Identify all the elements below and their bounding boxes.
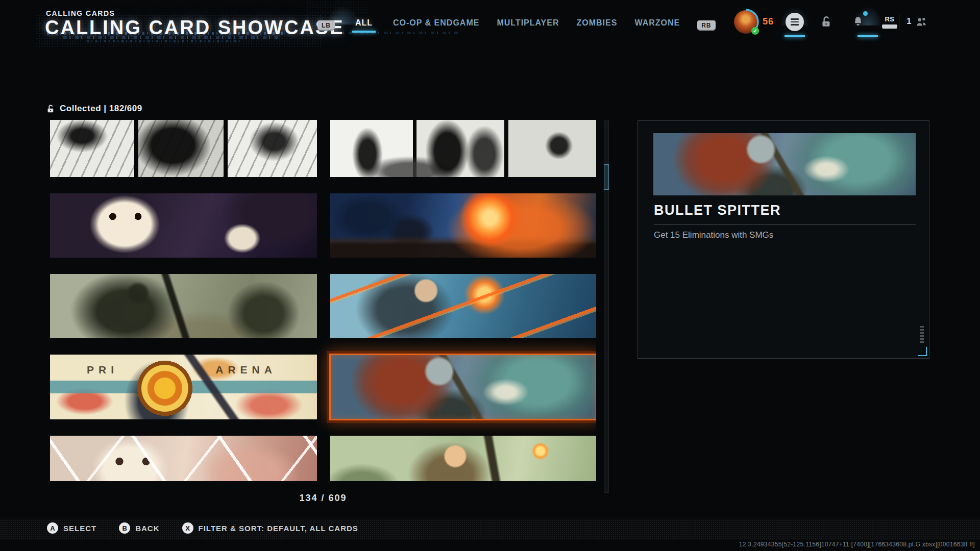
notifications-bell[interactable] — [848, 11, 868, 33]
notification-dot — [863, 11, 868, 16]
calling-card-dueling-archers[interactable] — [50, 274, 317, 338]
detail-divider — [654, 224, 916, 225]
calling-card-jungle-gunner[interactable] — [330, 436, 596, 481]
calling-card-bw-ink-study-triptych[interactable] — [50, 120, 317, 177]
tab-multiplayer[interactable]: MULTIPLAYER — [497, 18, 559, 28]
check-badge-icon: ✓ — [751, 27, 759, 35]
calling-card-scratch-cat[interactable] — [50, 436, 317, 481]
menu-active-underline — [785, 35, 805, 37]
bell-icon — [851, 15, 865, 29]
calling-card-crate-firefight[interactable] — [330, 193, 596, 258]
tab-list: ALL CO-OP & ENDGAME MULTIPLAYER ZOMBIES … — [352, 18, 680, 33]
lb-bumper-icon[interactable]: LB — [317, 20, 335, 31]
tab-zombies[interactable]: ZOMBIES — [577, 18, 618, 28]
x-button-icon: X — [182, 522, 193, 534]
tab-warzone[interactable]: WARZONE — [634, 18, 680, 28]
glitch-noise — [87, 40, 240, 42]
build-version-text: 12.3.24934355[52-125.1156]10747+11:[7400… — [739, 541, 975, 548]
rb-bumper-icon[interactable]: RB — [697, 20, 715, 31]
calling-card-streak-gunner[interactable] — [330, 274, 596, 338]
selected-card-title: BULLET SPITTER — [654, 203, 781, 218]
selected-card-preview — [653, 133, 916, 195]
player-level: 56 — [763, 16, 774, 27]
status-divider — [899, 14, 899, 31]
unlocked-padlock-icon — [817, 11, 836, 33]
unlocked-padlock-small-icon — [46, 104, 56, 114]
grid-position-indicator: 134 / 609 — [50, 493, 596, 504]
calling-card-grinning-cat[interactable] — [50, 193, 317, 258]
collected-counter: Collected | 182/609 — [46, 104, 142, 114]
hint-select[interactable]: A SELECT — [47, 522, 96, 534]
card-grid: PRI ARENA — [50, 120, 596, 481]
page-title: CALLING CARD SHOWCASE — [45, 17, 345, 39]
rs-active-underline — [857, 35, 878, 37]
rs-button-icon — [882, 24, 897, 29]
panel-corner-marks — [920, 325, 924, 343]
people-icon — [915, 15, 928, 29]
tab-all[interactable]: ALL — [352, 18, 376, 33]
calling-card-bw-soldiers-triptych[interactable] — [330, 120, 596, 177]
calling-card-prime-arena[interactable]: PRI ARENA — [50, 355, 317, 419]
party-count: 1 — [906, 16, 911, 27]
grid-scrollbar-thumb[interactable] — [604, 164, 609, 190]
button-hints: A SELECT B BACK X FILTER & SORT: DEFAULT… — [47, 522, 358, 534]
tab-bar: LB ALL CO-OP & ENDGAME MULTIPLAYER ZOMBI… — [317, 15, 716, 36]
right-stick-hint: RS — [880, 11, 899, 33]
hint-filter-sort-default-all-cards[interactable]: X FILTER & SORT: DEFAULT, ALL CARDS — [182, 522, 358, 534]
collected-label: Collected | 182/609 — [60, 104, 142, 114]
a-button-icon: A — [47, 522, 58, 534]
detail-panel: BULLET SPITTER Get 15 Eliminations with … — [638, 120, 929, 359]
hint-back[interactable]: B BACK — [119, 522, 159, 534]
calling-card-showcase-screen: CALLING CARDS CALLING CARD SHOWCASE LB A… — [0, 0, 980, 551]
section-kicker: CALLING CARDS — [46, 9, 115, 17]
panel-corner-accent — [918, 347, 927, 356]
calling-card-bullet-spitter-selected[interactable] — [330, 355, 596, 419]
selected-card-description: Get 15 Eliminations with SMGs — [654, 230, 773, 240]
party-social-button[interactable] — [912, 11, 931, 33]
hamburger-menu-icon — [786, 13, 804, 31]
tab-co-op-endgame[interactable]: CO-OP & ENDGAME — [393, 18, 479, 28]
player-emblem[interactable]: ✓ — [734, 10, 757, 34]
b-button-icon: B — [119, 522, 130, 534]
menu-button[interactable] — [785, 11, 804, 33]
rs-label: RS — [885, 15, 894, 23]
